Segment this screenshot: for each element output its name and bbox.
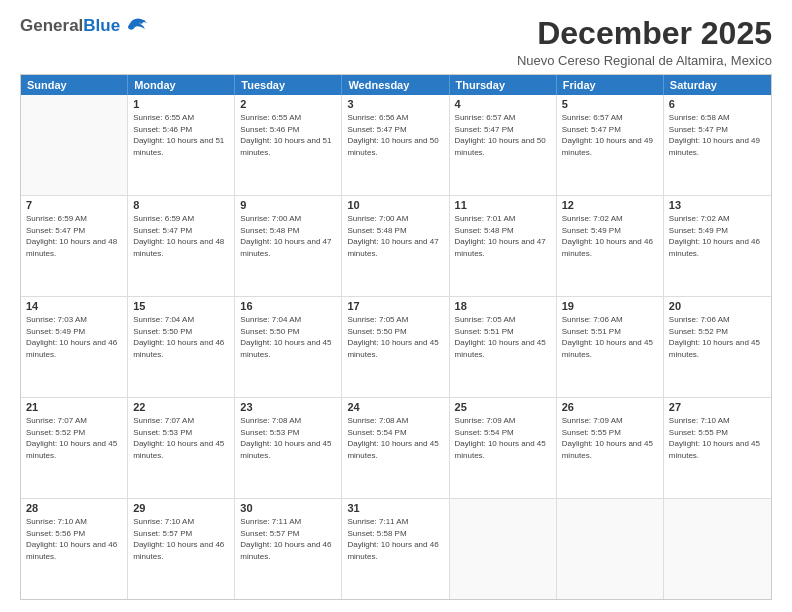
calendar-cell: 8Sunrise: 6:59 AMSunset: 5:47 PMDaylight…: [128, 196, 235, 296]
day-number: 2: [240, 98, 336, 110]
day-info: Sunrise: 7:09 AMSunset: 5:55 PMDaylight:…: [562, 415, 658, 461]
day-number: 29: [133, 502, 229, 514]
day-info: Sunrise: 6:55 AMSunset: 5:46 PMDaylight:…: [133, 112, 229, 158]
page: GeneralBlue December 2025 Nuevo Cereso R…: [0, 0, 792, 612]
calendar-cell: 3Sunrise: 6:56 AMSunset: 5:47 PMDaylight…: [342, 95, 449, 195]
day-info: Sunrise: 6:59 AMSunset: 5:47 PMDaylight:…: [26, 213, 122, 259]
calendar-cell: 6Sunrise: 6:58 AMSunset: 5:47 PMDaylight…: [664, 95, 771, 195]
day-number: 31: [347, 502, 443, 514]
logo-general: General: [20, 16, 83, 35]
day-info: Sunrise: 7:11 AMSunset: 5:58 PMDaylight:…: [347, 516, 443, 562]
day-info: Sunrise: 7:04 AMSunset: 5:50 PMDaylight:…: [133, 314, 229, 360]
month-title: December 2025: [517, 16, 772, 51]
subtitle: Nuevo Cereso Regional de Altamira, Mexic…: [517, 53, 772, 68]
header: GeneralBlue December 2025 Nuevo Cereso R…: [20, 16, 772, 68]
calendar-day-header: Thursday: [450, 75, 557, 95]
day-info: Sunrise: 7:07 AMSunset: 5:53 PMDaylight:…: [133, 415, 229, 461]
day-info: Sunrise: 7:09 AMSunset: 5:54 PMDaylight:…: [455, 415, 551, 461]
day-info: Sunrise: 7:04 AMSunset: 5:50 PMDaylight:…: [240, 314, 336, 360]
day-info: Sunrise: 7:06 AMSunset: 5:52 PMDaylight:…: [669, 314, 766, 360]
calendar-cell: [21, 95, 128, 195]
title-section: December 2025 Nuevo Cereso Regional de A…: [517, 16, 772, 68]
calendar-cell: 7Sunrise: 6:59 AMSunset: 5:47 PMDaylight…: [21, 196, 128, 296]
day-info: Sunrise: 7:02 AMSunset: 5:49 PMDaylight:…: [669, 213, 766, 259]
calendar-row: 7Sunrise: 6:59 AMSunset: 5:47 PMDaylight…: [21, 195, 771, 296]
day-info: Sunrise: 7:10 AMSunset: 5:55 PMDaylight:…: [669, 415, 766, 461]
day-number: 17: [347, 300, 443, 312]
day-number: 13: [669, 199, 766, 211]
calendar-cell: 26Sunrise: 7:09 AMSunset: 5:55 PMDayligh…: [557, 398, 664, 498]
logo-bird-icon: [125, 15, 149, 35]
day-info: Sunrise: 7:03 AMSunset: 5:49 PMDaylight:…: [26, 314, 122, 360]
day-number: 21: [26, 401, 122, 413]
calendar-cell: 24Sunrise: 7:08 AMSunset: 5:54 PMDayligh…: [342, 398, 449, 498]
calendar-cell: [557, 499, 664, 599]
calendar-day-header: Friday: [557, 75, 664, 95]
day-number: 1: [133, 98, 229, 110]
day-number: 25: [455, 401, 551, 413]
day-info: Sunrise: 7:10 AMSunset: 5:56 PMDaylight:…: [26, 516, 122, 562]
day-number: 3: [347, 98, 443, 110]
day-number: 30: [240, 502, 336, 514]
calendar-cell: 10Sunrise: 7:00 AMSunset: 5:48 PMDayligh…: [342, 196, 449, 296]
calendar-cell: 23Sunrise: 7:08 AMSunset: 5:53 PMDayligh…: [235, 398, 342, 498]
calendar-body: 1Sunrise: 6:55 AMSunset: 5:46 PMDaylight…: [21, 95, 771, 599]
day-info: Sunrise: 7:05 AMSunset: 5:50 PMDaylight:…: [347, 314, 443, 360]
day-number: 8: [133, 199, 229, 211]
calendar-cell: 13Sunrise: 7:02 AMSunset: 5:49 PMDayligh…: [664, 196, 771, 296]
calendar-day-header: Tuesday: [235, 75, 342, 95]
day-info: Sunrise: 7:08 AMSunset: 5:53 PMDaylight:…: [240, 415, 336, 461]
calendar-cell: 21Sunrise: 7:07 AMSunset: 5:52 PMDayligh…: [21, 398, 128, 498]
calendar: SundayMondayTuesdayWednesdayThursdayFrid…: [20, 74, 772, 600]
calendar-cell: 18Sunrise: 7:05 AMSunset: 5:51 PMDayligh…: [450, 297, 557, 397]
calendar-row: 14Sunrise: 7:03 AMSunset: 5:49 PMDayligh…: [21, 296, 771, 397]
day-number: 28: [26, 502, 122, 514]
day-info: Sunrise: 7:10 AMSunset: 5:57 PMDaylight:…: [133, 516, 229, 562]
day-number: 26: [562, 401, 658, 413]
calendar-cell: 15Sunrise: 7:04 AMSunset: 5:50 PMDayligh…: [128, 297, 235, 397]
day-number: 5: [562, 98, 658, 110]
calendar-cell: [450, 499, 557, 599]
calendar-day-header: Monday: [128, 75, 235, 95]
calendar-row: 28Sunrise: 7:10 AMSunset: 5:56 PMDayligh…: [21, 498, 771, 599]
day-number: 22: [133, 401, 229, 413]
logo: GeneralBlue: [20, 16, 149, 36]
day-number: 15: [133, 300, 229, 312]
day-number: 16: [240, 300, 336, 312]
day-info: Sunrise: 7:07 AMSunset: 5:52 PMDaylight:…: [26, 415, 122, 461]
calendar-cell: 30Sunrise: 7:11 AMSunset: 5:57 PMDayligh…: [235, 499, 342, 599]
day-number: 4: [455, 98, 551, 110]
calendar-cell: 1Sunrise: 6:55 AMSunset: 5:46 PMDaylight…: [128, 95, 235, 195]
day-number: 23: [240, 401, 336, 413]
calendar-cell: 28Sunrise: 7:10 AMSunset: 5:56 PMDayligh…: [21, 499, 128, 599]
calendar-cell: 16Sunrise: 7:04 AMSunset: 5:50 PMDayligh…: [235, 297, 342, 397]
calendar-cell: 20Sunrise: 7:06 AMSunset: 5:52 PMDayligh…: [664, 297, 771, 397]
calendar-cell: 19Sunrise: 7:06 AMSunset: 5:51 PMDayligh…: [557, 297, 664, 397]
day-info: Sunrise: 7:08 AMSunset: 5:54 PMDaylight:…: [347, 415, 443, 461]
day-number: 12: [562, 199, 658, 211]
day-number: 19: [562, 300, 658, 312]
calendar-cell: [664, 499, 771, 599]
calendar-row: 21Sunrise: 7:07 AMSunset: 5:52 PMDayligh…: [21, 397, 771, 498]
day-number: 9: [240, 199, 336, 211]
day-info: Sunrise: 7:02 AMSunset: 5:49 PMDaylight:…: [562, 213, 658, 259]
day-info: Sunrise: 7:05 AMSunset: 5:51 PMDaylight:…: [455, 314, 551, 360]
day-number: 24: [347, 401, 443, 413]
calendar-cell: 27Sunrise: 7:10 AMSunset: 5:55 PMDayligh…: [664, 398, 771, 498]
calendar-day-header: Wednesday: [342, 75, 449, 95]
calendar-cell: 5Sunrise: 6:57 AMSunset: 5:47 PMDaylight…: [557, 95, 664, 195]
day-info: Sunrise: 6:55 AMSunset: 5:46 PMDaylight:…: [240, 112, 336, 158]
calendar-header: SundayMondayTuesdayWednesdayThursdayFrid…: [21, 75, 771, 95]
calendar-cell: 4Sunrise: 6:57 AMSunset: 5:47 PMDaylight…: [450, 95, 557, 195]
calendar-day-header: Sunday: [21, 75, 128, 95]
day-number: 6: [669, 98, 766, 110]
logo-blue: Blue: [83, 16, 120, 35]
calendar-cell: 29Sunrise: 7:10 AMSunset: 5:57 PMDayligh…: [128, 499, 235, 599]
calendar-cell: 14Sunrise: 7:03 AMSunset: 5:49 PMDayligh…: [21, 297, 128, 397]
calendar-cell: 25Sunrise: 7:09 AMSunset: 5:54 PMDayligh…: [450, 398, 557, 498]
calendar-cell: 17Sunrise: 7:05 AMSunset: 5:50 PMDayligh…: [342, 297, 449, 397]
calendar-cell: 9Sunrise: 7:00 AMSunset: 5:48 PMDaylight…: [235, 196, 342, 296]
day-info: Sunrise: 6:58 AMSunset: 5:47 PMDaylight:…: [669, 112, 766, 158]
calendar-cell: 12Sunrise: 7:02 AMSunset: 5:49 PMDayligh…: [557, 196, 664, 296]
calendar-cell: 31Sunrise: 7:11 AMSunset: 5:58 PMDayligh…: [342, 499, 449, 599]
